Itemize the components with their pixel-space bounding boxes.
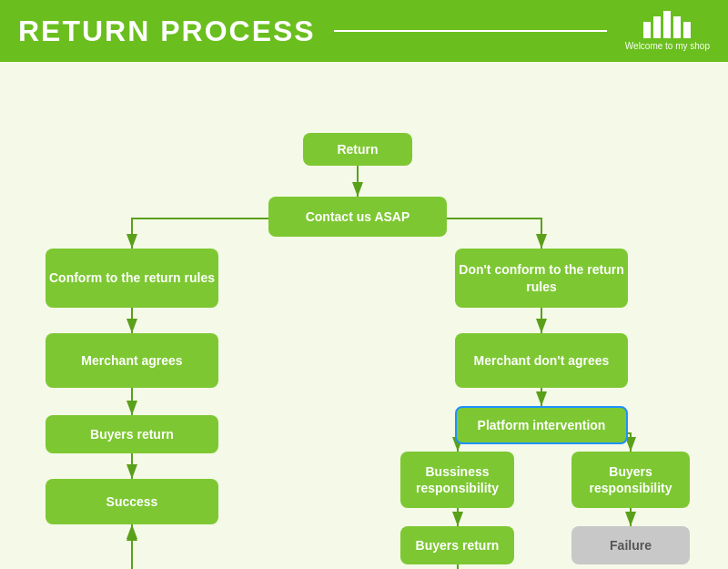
node-dont-conform: Don't conform to the return rules xyxy=(455,249,628,308)
node-bussiness-resp: Bussiness responsibility xyxy=(400,452,514,508)
node-conform: Conform to the return rules xyxy=(46,249,218,308)
diagram: Return Contact us ASAP Conform to the re… xyxy=(0,62,728,569)
node-buyers-return-right: Buyers return xyxy=(400,526,514,564)
node-merchant-agrees: Merchant agrees xyxy=(46,333,218,388)
node-buyers-resp: Buyers responsibility xyxy=(571,452,690,508)
node-success: Success xyxy=(46,479,218,524)
node-merchant-disagrees: Merchant don't agrees xyxy=(455,333,628,388)
node-buyers-return-left: Buyers return xyxy=(46,415,218,453)
header-title: RETURN PROCESS xyxy=(18,15,316,48)
header: RETURN PROCESS Welcome to my shop xyxy=(0,0,728,62)
node-platform: Platform intervention xyxy=(455,406,628,444)
header-logo-text: Welcome to my shop xyxy=(625,41,710,51)
node-failure: Failure xyxy=(571,526,690,564)
node-contact: Contact us ASAP xyxy=(268,197,447,237)
node-return: Return xyxy=(303,133,412,166)
header-logo: Welcome to my shop xyxy=(625,11,710,51)
header-line xyxy=(334,30,607,32)
